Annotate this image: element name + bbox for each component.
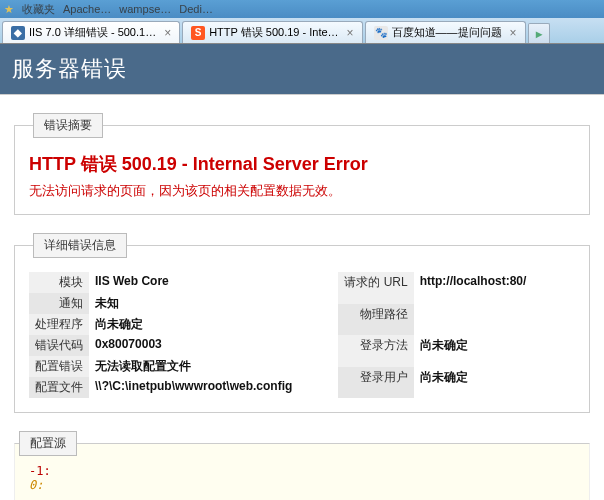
tab-iis-error[interactable]: ◆ IIS 7.0 详细错误 - 500.1… × [2, 21, 180, 43]
error-title: HTTP 错误 500.19 - Internal Server Error [29, 152, 575, 176]
value-notify: 未知 [89, 293, 298, 314]
page-body: 服务器错误 错误摘要 HTTP 错误 500.19 - Internal Ser… [0, 44, 604, 500]
tab-label: 百度知道——提问问题 [392, 25, 502, 40]
config-source-legend: 配置源 [19, 431, 77, 456]
close-icon[interactable]: × [347, 26, 354, 40]
value-cfgerr: 无法读取配置文件 [89, 356, 298, 377]
label-notify: 通知 [29, 293, 89, 314]
value-loguser: 尚未确定 [414, 367, 533, 399]
error-subtitle: 无法访问请求的页面，因为该页的相关配置数据无效。 [29, 182, 575, 200]
label-errcode: 错误代码 [29, 335, 89, 356]
error-details-section: 详细错误信息 模块IIS Web Core 通知未知 处理程序尚未确定 错误代码… [14, 233, 590, 413]
bookmark-item[interactable]: wampse… [119, 3, 171, 15]
label-phys: 物理路径 [338, 304, 413, 336]
new-tab-button[interactable]: ▸ [528, 23, 550, 43]
label-cfgfile: 配置文件 [29, 377, 89, 398]
value-phys [414, 304, 533, 336]
label-cfgerr: 配置错误 [29, 356, 89, 377]
bookmark-item[interactable]: 收藏夹 [22, 2, 55, 17]
value-cfgfile: \\?\C:\inetpub\wwwroot\web.config [89, 377, 298, 398]
bookmark-bar: ★ 收藏夹 Apache… wampse… Dedi… [0, 0, 604, 18]
tab-label: HTTP 错误 500.19 - Inte… [209, 25, 338, 40]
bookmark-item[interactable]: Apache… [63, 3, 111, 15]
tab-baidu[interactable]: 🐾 百度知道——提问问题 × [365, 21, 526, 43]
sogou-favicon-icon: S [191, 26, 205, 40]
label-loguser: 登录用户 [338, 367, 413, 399]
label-req-url: 请求的 URL [338, 272, 413, 304]
error-summary-legend: 错误摘要 [33, 113, 103, 138]
value-logon: 尚未确定 [414, 335, 533, 367]
value-module: IIS Web Core [89, 272, 298, 293]
star-icon: ★ [4, 3, 14, 16]
value-errcode: 0x80070003 [89, 335, 298, 356]
close-icon[interactable]: × [510, 26, 517, 40]
page-title: 服务器错误 [0, 44, 604, 95]
bookmark-item[interactable]: Dedi… [179, 3, 213, 15]
details-right-column: 请求的 URLhttp://localhost:80/ 物理路径 登录方法尚未确… [338, 272, 532, 398]
details-left-column: 模块IIS Web Core 通知未知 处理程序尚未确定 错误代码0x80070… [29, 272, 298, 398]
error-details-legend: 详细错误信息 [33, 233, 127, 258]
config-line-code: 0: [29, 478, 575, 492]
baidu-favicon-icon: 🐾 [374, 26, 388, 40]
value-req-url: http://localhost:80/ [414, 272, 533, 304]
error-summary-section: 错误摘要 HTTP 错误 500.19 - Internal Server Er… [14, 113, 590, 215]
label-handler: 处理程序 [29, 314, 89, 335]
label-module: 模块 [29, 272, 89, 293]
label-logon: 登录方法 [338, 335, 413, 367]
tab-http-error[interactable]: S HTTP 错误 500.19 - Inte… × [182, 21, 362, 43]
iis-favicon-icon: ◆ [11, 26, 25, 40]
tab-bar: ◆ IIS 7.0 详细错误 - 500.1… × S HTTP 错误 500.… [0, 18, 604, 44]
config-line-number: -1: [29, 464, 575, 478]
close-icon[interactable]: × [164, 26, 171, 40]
tab-label: IIS 7.0 详细错误 - 500.1… [29, 25, 156, 40]
config-source-section: 配置源 -1: 0: [14, 431, 590, 500]
value-handler: 尚未确定 [89, 314, 298, 335]
